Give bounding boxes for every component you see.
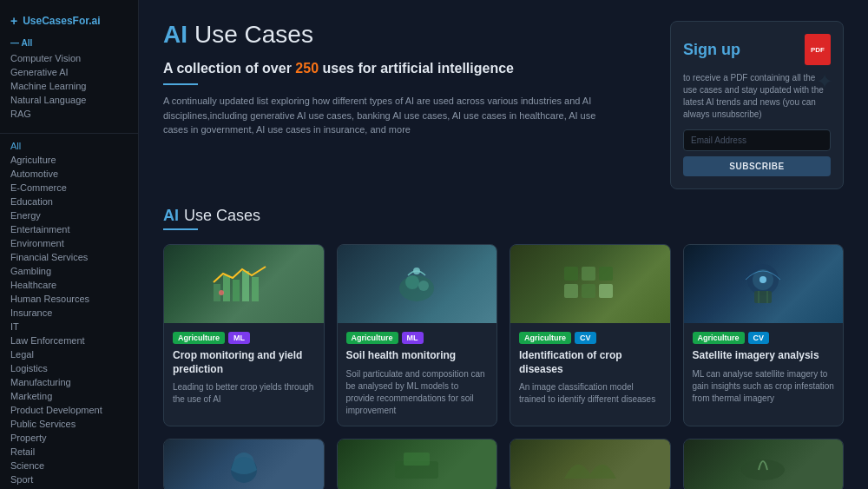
sidebar-item-gambling[interactable]: Gambling (0, 264, 138, 278)
tag-agriculture: Agriculture (519, 332, 571, 344)
svg-rect-12 (599, 267, 613, 281)
tag-ml: ML (402, 332, 424, 344)
card-bottom-3[interactable] (510, 439, 671, 489)
sidebar-item-insurance[interactable]: Insurance (0, 306, 138, 320)
sidebar-item-marketing[interactable]: Marketing (0, 389, 138, 403)
tag-ml: ML (228, 332, 250, 344)
section-title-ai: AI (163, 207, 179, 225)
signup-box: Sign up PDF to receive a PDF containing … (670, 21, 844, 189)
card-crop-diseases[interactable]: Agriculture CV Identification of crop di… (510, 244, 671, 426)
sidebar-categories: All Agriculture Automotive E-Commerce Ed… (0, 139, 138, 489)
card-title: Soil health monitoring (346, 349, 489, 363)
sidebar-item-retail[interactable]: Retail (0, 445, 138, 459)
sidebar-all-section: — All (0, 36, 138, 51)
card-bottom-2[interactable] (337, 439, 498, 489)
signup-email-input[interactable] (683, 129, 831, 151)
page-title: AI Use Cases (163, 21, 653, 49)
svg-rect-1 (223, 275, 230, 301)
svg-rect-3 (242, 271, 249, 301)
sidebar-item-product-development[interactable]: Product Development (0, 403, 138, 417)
card-tags: Agriculture CV (519, 332, 661, 344)
card-image-bottom-4 (684, 439, 844, 489)
card-description: An image classification model trained to… (519, 381, 661, 406)
card-content: Agriculture ML Soil health monitoring So… (338, 323, 497, 426)
card-image-bottom-2 (338, 439, 497, 489)
svg-point-18 (760, 276, 766, 283)
signup-subscribe-button[interactable]: SUBSCRIBE (683, 156, 831, 176)
card-image-crop-diseases (510, 245, 670, 323)
sidebar-logo[interactable]: + UseCasesFor.ai (0, 10, 138, 36)
card-image-crop-monitoring (164, 245, 324, 323)
subtitle-underline (163, 83, 198, 85)
sidebar-item-generative-ai[interactable]: Generative AI (0, 65, 138, 79)
cards-grid: Agriculture ML Crop monitoring and yield… (163, 244, 844, 426)
svg-point-8 (418, 281, 429, 291)
sidebar-item-rag[interactable]: RAG (0, 107, 138, 121)
cards-grid-bottom (163, 439, 844, 489)
card-title: Identification of crop diseases (519, 349, 661, 376)
sidebar-item-legal[interactable]: Legal (0, 347, 138, 361)
card-image-bottom-1 (164, 439, 324, 489)
sidebar-item-financial-services[interactable]: Financial Services (0, 250, 138, 264)
svg-rect-4 (252, 277, 259, 301)
card-content: Agriculture ML Crop monitoring and yield… (164, 323, 324, 414)
subtitle-number: 250 (295, 61, 319, 76)
sidebar-item-human-resources[interactable]: Human Resources (0, 292, 138, 306)
card-image-soil-health (338, 245, 497, 323)
card-tags: Agriculture ML (173, 332, 315, 344)
sidebar-item-automotive[interactable]: Automotive (0, 167, 138, 181)
card-title: Satellite imagery analysis (693, 349, 835, 363)
svg-rect-13 (564, 284, 578, 298)
sidebar-item-ecommerce[interactable]: E-Commerce (0, 181, 138, 195)
svg-rect-19 (754, 291, 772, 303)
logo-plus-icon: + (10, 14, 17, 28)
svg-point-5 (219, 290, 224, 295)
card-satellite-imagery[interactable]: Agriculture CV Satellite imagery analysi… (683, 244, 845, 426)
sidebar-item-entertainment[interactable]: Entertainment (0, 222, 138, 236)
sidebar-item-computer-vision[interactable]: Computer Vision (0, 51, 138, 65)
card-image-satellite (684, 245, 844, 323)
card-image-bottom-3 (510, 439, 670, 489)
sidebar: + UseCasesFor.ai — All Computer Vision G… (0, 0, 139, 489)
sidebar-item-logistics[interactable]: Logistics (0, 361, 138, 375)
page-title-rest: Use Cases (194, 21, 313, 49)
svg-rect-15 (599, 284, 613, 298)
main-content: AI Use Cases A collection of over 250 us… (139, 0, 868, 489)
sidebar-item-natural-language[interactable]: Natural Language (0, 93, 138, 107)
sidebar-item-machine-learning[interactable]: Machine Learning (0, 79, 138, 93)
sidebar-item-sport[interactable]: Sport (0, 472, 138, 486)
svg-point-9 (413, 268, 420, 274)
sidebar-item-environment[interactable]: Environment (0, 236, 138, 250)
sidebar-item-all[interactable]: All (0, 139, 138, 153)
card-content: Agriculture CV Identification of crop di… (510, 323, 670, 414)
pdf-icon: PDF (805, 34, 831, 65)
tag-agriculture: Agriculture (346, 332, 398, 344)
svg-point-7 (405, 275, 419, 289)
svg-point-25 (741, 459, 785, 480)
subtitle-end: uses for artificial intelligence (322, 61, 514, 76)
page-header-left: AI Use Cases A collection of over 250 us… (163, 21, 653, 137)
svg-rect-11 (582, 267, 595, 281)
card-crop-monitoring[interactable]: Agriculture ML Crop monitoring and yield… (163, 244, 325, 426)
card-tags: Agriculture CV (693, 332, 835, 344)
sidebar-item-law-enforcement[interactable]: Law Enforcement (0, 334, 138, 347)
sidebar-item-property[interactable]: Property (0, 431, 138, 445)
sidebar-item-healthcare[interactable]: Healthcare (0, 278, 138, 292)
sidebar-item-energy[interactable]: Energy (0, 208, 138, 222)
sidebar-item-agriculture[interactable]: Agriculture (0, 153, 138, 167)
sidebar-item-manufacturing[interactable]: Manufacturing (0, 375, 138, 389)
sidebar-item-it[interactable]: IT (0, 320, 138, 334)
card-description: Leading to better crop yields through th… (173, 381, 315, 406)
card-soil-health[interactable]: Agriculture ML Soil health monitoring So… (337, 244, 498, 426)
card-bottom-4[interactable] (683, 439, 845, 489)
sidebar-item-public-services[interactable]: Public Services (0, 417, 138, 431)
sidebar-item-science[interactable]: Science (0, 459, 138, 472)
section-underline (163, 228, 198, 230)
sidebar-top-nav: Computer Vision Generative AI Machine Le… (0, 51, 138, 128)
signup-header: Sign up PDF (683, 34, 831, 65)
card-description: ML can analyse satellite imagery to gain… (693, 368, 835, 405)
card-bottom-1[interactable] (163, 439, 325, 489)
sidebar-item-education[interactable]: Education (0, 195, 138, 208)
card-title: Crop monitoring and yield prediction (173, 349, 315, 376)
tag-agriculture: Agriculture (693, 332, 745, 344)
